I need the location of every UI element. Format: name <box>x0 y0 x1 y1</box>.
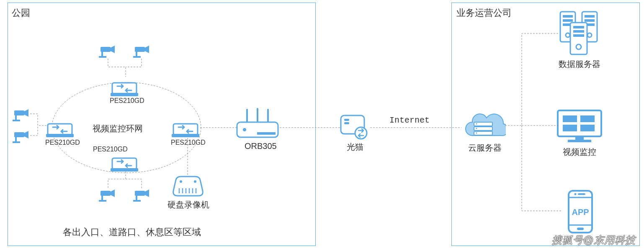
conn-line <box>503 25 562 218</box>
svg-rect-72 <box>580 115 595 122</box>
svg-rect-20 <box>13 141 20 143</box>
watermark: 搜狐号@东用科技 <box>552 233 636 247</box>
camera-icon <box>12 130 30 144</box>
svg-rect-70 <box>558 110 601 136</box>
svg-rect-71 <box>563 115 577 122</box>
cloud-server-icon <box>460 110 506 142</box>
svg-rect-1 <box>112 83 137 94</box>
conn-line <box>186 138 190 177</box>
svg-rect-23 <box>99 200 106 202</box>
conn-line <box>280 126 340 130</box>
svg-rect-68 <box>573 34 584 37</box>
cloud-server-label: 云服务器 <box>468 142 502 154</box>
video-monitor-icon <box>555 108 604 146</box>
switch-top-label: PES210GD <box>110 97 144 105</box>
router-label: ORB305 <box>245 141 277 151</box>
nvr-icon <box>172 176 204 197</box>
svg-rect-67 <box>573 30 584 33</box>
svg-rect-7 <box>112 158 137 169</box>
svg-rect-15 <box>14 110 24 115</box>
svg-rect-75 <box>575 136 584 140</box>
svg-rect-74 <box>580 125 595 131</box>
svg-rect-83 <box>577 228 584 230</box>
svg-rect-44 <box>344 119 349 121</box>
park-footer: 各出入口、道路口、休息区等区域 <box>63 226 201 238</box>
conn-line <box>200 126 238 130</box>
switch-bottom <box>110 152 139 172</box>
modem-icon <box>339 114 372 141</box>
svg-rect-3 <box>48 124 72 135</box>
internet-label: Internet <box>389 115 430 125</box>
svg-point-52 <box>476 123 477 125</box>
camera-icon <box>12 108 30 122</box>
svg-rect-17 <box>13 120 20 121</box>
svg-rect-61 <box>585 15 595 18</box>
conn-line <box>370 126 461 130</box>
park-title: 公园 <box>12 7 30 19</box>
svg-rect-57 <box>563 19 573 22</box>
switch-left <box>45 118 75 138</box>
app-phone-icon: APP <box>565 189 595 234</box>
svg-rect-76 <box>568 140 591 142</box>
svg-text:APP: APP <box>572 207 589 217</box>
svg-point-80 <box>574 193 577 195</box>
conn-line <box>28 111 49 141</box>
switch-left-label: PES210GD <box>45 139 80 146</box>
modem-label: 光猫 <box>347 141 363 153</box>
ops-title: 业务运营公司 <box>456 7 512 19</box>
svg-rect-56 <box>563 15 573 18</box>
ring-network-label: 视频监控环网 <box>93 123 143 134</box>
svg-rect-2 <box>111 93 138 96</box>
nvr-label: 硬盘录像机 <box>167 199 209 210</box>
svg-rect-73 <box>563 125 577 131</box>
switch-bottom-label: PES210GD <box>93 146 128 153</box>
svg-rect-41 <box>257 132 276 135</box>
svg-point-46 <box>355 127 367 139</box>
router-icon <box>234 108 281 141</box>
svg-rect-9 <box>100 47 111 52</box>
svg-rect-6 <box>172 134 199 137</box>
svg-rect-45 <box>344 122 349 124</box>
svg-point-40 <box>243 128 246 131</box>
svg-point-27 <box>180 180 182 183</box>
svg-rect-12 <box>135 47 145 52</box>
svg-rect-81 <box>578 193 585 195</box>
svg-point-28 <box>194 180 196 183</box>
svg-rect-26 <box>133 200 141 202</box>
svg-rect-66 <box>573 26 584 28</box>
conn-line <box>100 56 151 81</box>
svg-rect-5 <box>173 124 198 135</box>
svg-point-54 <box>476 133 477 134</box>
svg-rect-18 <box>14 132 24 137</box>
data-servers-label: 数据服务器 <box>559 59 600 70</box>
svg-rect-62 <box>585 19 595 22</box>
svg-rect-4 <box>46 134 74 137</box>
svg-point-53 <box>476 128 477 129</box>
video-monitor-label: 视频监控 <box>563 146 596 158</box>
conn-line <box>100 171 151 192</box>
switch-right <box>171 118 200 138</box>
